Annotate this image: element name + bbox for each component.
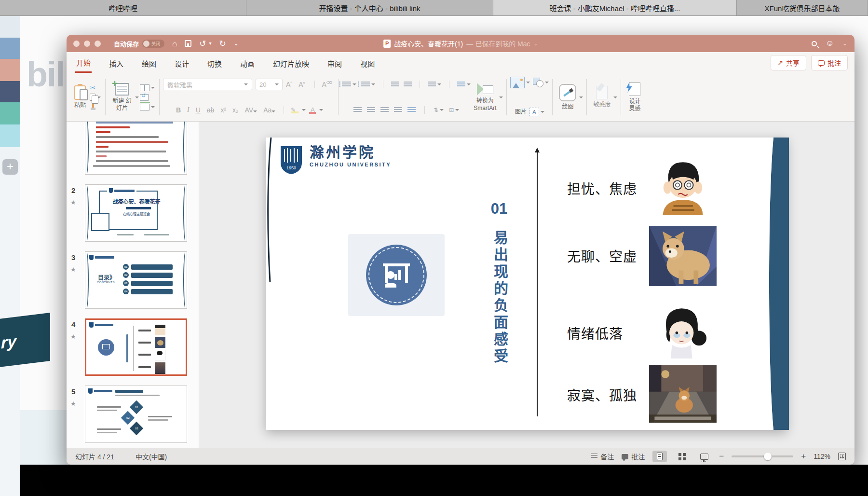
title-caret-icon[interactable]: ⌄ — [533, 41, 537, 46]
shapes-button[interactable] — [533, 78, 549, 87]
font-name-select[interactable]: 微软雅黑 — [163, 79, 252, 90]
decrease-indent-button[interactable] — [391, 80, 399, 89]
paste-button[interactable]: 粘贴 — [71, 84, 89, 110]
zoom-slider-knob[interactable] — [764, 453, 772, 460]
textbox-button[interactable]: A — [529, 107, 544, 117]
zoom-window-button[interactable] — [95, 41, 101, 47]
close-button[interactable] — [73, 41, 80, 47]
bullets-button[interactable] — [342, 80, 356, 89]
tab-review[interactable]: 审阅 — [326, 54, 343, 72]
lonely-dog-image — [649, 365, 717, 423]
cut-button[interactable]: ✂ — [90, 83, 101, 93]
zoom-percentage[interactable]: 112% — [814, 453, 830, 460]
notes-button[interactable]: 备注 — [591, 452, 614, 461]
slide-thumbnail-4-selected[interactable] — [85, 318, 187, 376]
language-indicator[interactable]: 中文(中国) — [136, 452, 167, 461]
comments-statusbar-button[interactable]: 批注 — [622, 452, 645, 461]
tab-home[interactable]: 开始 — [75, 53, 92, 73]
reset-layout-button[interactable] — [140, 93, 155, 102]
change-case-button[interactable]: Aa — [262, 106, 277, 114]
tab-view[interactable]: 视图 — [359, 54, 376, 72]
smartart-caret[interactable] — [499, 96, 503, 98]
layout-button[interactable] — [140, 83, 155, 93]
section-button[interactable] — [140, 102, 155, 112]
shrink-font-button[interactable]: Av — [298, 81, 308, 88]
align-right-icon[interactable] — [380, 107, 389, 113]
text-direction-button[interactable]: ⇅ — [434, 105, 444, 115]
home-icon[interactable]: ⌂ — [172, 40, 177, 48]
clear-format-button[interactable]: A⌫ — [322, 81, 335, 88]
highlight-button[interactable]: ✎ — [291, 107, 298, 113]
align-center-icon[interactable] — [367, 107, 375, 113]
char-spacing-button[interactable]: AV — [243, 106, 258, 114]
align-text-button[interactable]: ⊡ — [449, 105, 459, 115]
quick-access-icon[interactable]: ⌄ — [234, 41, 239, 46]
document-save-status[interactable]: — 已保存到我的 Mac — [466, 39, 530, 48]
slideshow-button[interactable] — [697, 451, 711, 462]
increase-indent-button[interactable] — [404, 80, 412, 89]
slideshow-icon — [700, 454, 708, 460]
undo-caret-icon[interactable]: ▾ — [209, 41, 212, 46]
current-slide[interactable]: 1950 滁州学院 CHUZHOU UNIVERSITY — [266, 138, 787, 430]
zoom-out-button[interactable]: − — [719, 452, 724, 461]
format-painter-button[interactable] — [90, 102, 101, 112]
browser-tab-xfun[interactable]: XFun吃货俱乐部日本旅 — [737, 0, 868, 15]
subscript-button[interactable]: x₂ — [231, 106, 240, 114]
slide-thumbnail-2[interactable]: 战疫心安、春暖花开 在线心理主题班会 — [85, 184, 187, 242]
font-color-button[interactable]: A — [309, 106, 316, 114]
save-icon[interactable] — [185, 40, 191, 47]
align-left-icon[interactable] — [353, 107, 362, 113]
slide-thumbnail-3[interactable]: 目录》 CONTENTS 01 02 03 04 — [85, 251, 187, 309]
grow-font-button[interactable]: A^ — [286, 81, 295, 88]
tab-transitions[interactable]: 切换 — [206, 54, 223, 72]
line-spacing-button[interactable] — [428, 80, 441, 89]
draw-button[interactable]: 绘图 — [556, 83, 579, 111]
copy-button[interactable] — [90, 93, 101, 102]
draw-brush-icon — [559, 84, 576, 101]
new-slide-caret[interactable] — [135, 96, 139, 98]
tab-slideshow[interactable]: 幻灯片放映 — [272, 54, 310, 72]
new-slide-button[interactable]: 新建 幻灯片 — [109, 82, 135, 112]
draw-caret[interactable] — [579, 96, 583, 98]
italic-button[interactable]: I — [186, 106, 191, 114]
distribute-icon[interactable] — [407, 107, 416, 113]
picture-button[interactable] — [510, 78, 530, 87]
font-size-select[interactable]: 20 — [256, 79, 283, 90]
columns-button[interactable] — [457, 80, 471, 89]
fit-slide-button[interactable] — [838, 453, 846, 460]
undo-icon[interactable]: ↺ — [199, 40, 206, 48]
bold-button[interactable]: B — [175, 106, 182, 114]
slide-thumbnail-1[interactable] — [85, 122, 187, 175]
zoom-slider[interactable] — [732, 455, 793, 457]
tab-animations[interactable]: 动画 — [239, 54, 256, 72]
browser-tab-classroom-active[interactable]: 班会课 - 小鹏友Michael - 哔哩哔哩直播... — [493, 0, 737, 15]
smiley-caret-icon[interactable]: ⌄ — [843, 41, 847, 46]
browser-tab-bilibili[interactable]: 哔哩哔哩 — [0, 0, 246, 15]
tab-design[interactable]: 设计 — [174, 54, 190, 72]
underline-button[interactable]: U — [194, 106, 202, 114]
picture-label: 图片 — [515, 109, 527, 115]
browser-tab-live-settings[interactable]: 开播设置 - 个人中心 - bilibili link — [246, 0, 493, 15]
comments-button[interactable]: 批注 — [811, 55, 848, 70]
slide-thumbnail-5[interactable]: 01 02 03 — [85, 386, 187, 443]
plus-button[interactable]: + — [2, 159, 18, 175]
shapes-icon — [533, 78, 543, 87]
share-button[interactable]: ↗ 共享 — [771, 55, 806, 70]
tab-insert[interactable]: 插入 — [108, 54, 124, 72]
feedback-smiley-icon[interactable]: ☺ — [826, 39, 834, 48]
superscript-button[interactable]: x² — [219, 106, 228, 114]
minimize-button[interactable] — [84, 41, 90, 47]
star-icon: ★ — [70, 400, 76, 407]
normal-view-button[interactable] — [652, 451, 667, 462]
design-ideas-button[interactable]: 设计 灵感 — [624, 82, 645, 113]
slide-sorter-button[interactable] — [675, 451, 689, 462]
strikethrough-button[interactable]: ab — [205, 106, 216, 114]
search-icon[interactable] — [812, 41, 817, 46]
zoom-in-button[interactable]: + — [801, 452, 806, 461]
convert-smartart-button[interactable]: 转换为SmartArt — [471, 82, 499, 112]
redo-icon[interactable]: ↻ — [219, 40, 226, 48]
autosave-toggle[interactable]: 关闭 — [142, 40, 164, 48]
tab-draw[interactable]: 绘图 — [141, 54, 157, 72]
justify-icon[interactable] — [394, 107, 402, 113]
numbering-button[interactable] — [361, 80, 375, 89]
